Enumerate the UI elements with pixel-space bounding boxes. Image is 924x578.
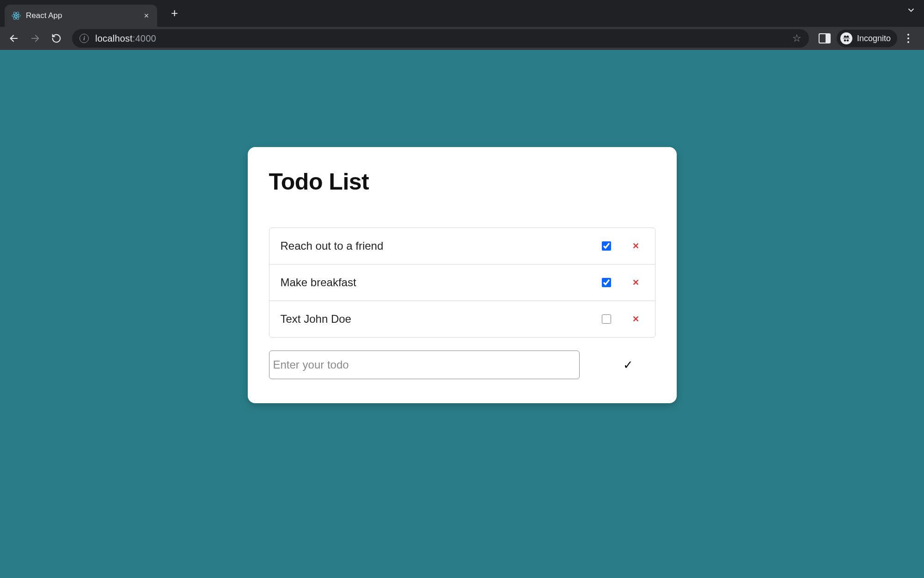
- close-tab-button[interactable]: ×: [142, 11, 151, 21]
- url-text: localhost:4000: [95, 33, 156, 44]
- delete-todo-button[interactable]: ✕: [628, 312, 644, 326]
- new-tab-button[interactable]: +: [166, 4, 183, 22]
- todo-checkbox[interactable]: [602, 278, 611, 287]
- tab-title: React App: [26, 11, 137, 20]
- todo-list: Reach out to a friend✕Make breakfast✕Tex…: [269, 228, 655, 338]
- browser-tab-strip: React App × +: [0, 0, 924, 27]
- todo-checkbox[interactable]: [602, 241, 611, 251]
- delete-todo-button[interactable]: ✕: [628, 276, 644, 289]
- incognito-label: Incognito: [857, 34, 891, 43]
- browser-toolbar: i localhost:4000 ☆ Incognito: [0, 27, 924, 50]
- browser-tab[interactable]: React App ×: [5, 5, 157, 27]
- todo-checkbox[interactable]: [602, 314, 611, 324]
- back-button[interactable]: [5, 29, 23, 48]
- delete-todo-button[interactable]: ✕: [628, 239, 644, 253]
- forward-button[interactable]: [26, 29, 44, 48]
- todo-card: Todo List Reach out to a friend✕Make bre…: [248, 147, 677, 403]
- page-title: Todo List: [269, 168, 655, 195]
- side-panel-icon: [819, 33, 831, 43]
- new-todo-input[interactable]: [269, 350, 580, 379]
- add-todo-row: ✓: [269, 350, 655, 379]
- reload-button[interactable]: [47, 29, 66, 48]
- todo-text: Text John Doe: [281, 313, 602, 326]
- svg-point-0: [15, 15, 17, 17]
- tabs-chevron-down-icon[interactable]: [906, 6, 916, 15]
- todo-row: Make breakfast✕: [269, 264, 655, 301]
- todo-row: Reach out to a friend✕: [269, 228, 655, 264]
- incognito-badge[interactable]: Incognito: [837, 30, 897, 47]
- bookmark-star-icon[interactable]: ☆: [792, 32, 802, 44]
- todo-row: Text John Doe✕: [269, 301, 655, 337]
- incognito-icon: [840, 32, 852, 44]
- react-favicon-icon: [11, 11, 21, 21]
- page-viewport: Todo List Reach out to a friend✕Make bre…: [0, 50, 924, 578]
- address-bar[interactable]: i localhost:4000 ☆: [72, 29, 809, 48]
- submit-todo-button[interactable]: ✓: [619, 354, 637, 376]
- todo-text: Make breakfast: [281, 276, 602, 289]
- todo-text: Reach out to a friend: [281, 240, 602, 252]
- site-info-icon[interactable]: i: [80, 34, 89, 43]
- side-panel-button[interactable]: [815, 29, 834, 48]
- browser-menu-button[interactable]: [900, 29, 917, 48]
